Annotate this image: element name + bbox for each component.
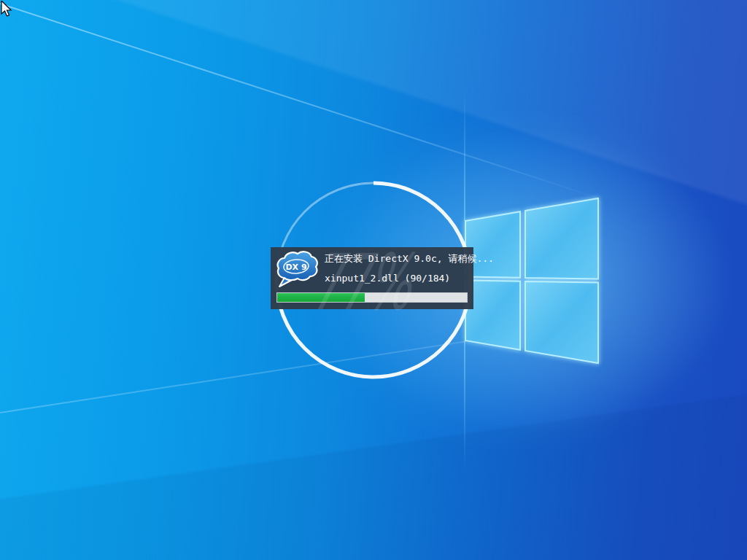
windows-logo-pane-bottom-left [465, 281, 520, 350]
dx9-icon-label: DX 9 [285, 262, 306, 272]
file-progress-bar [276, 292, 468, 303]
windows-logo-pane-top-left [465, 211, 520, 278]
arrow-pointer-icon [1, 1, 11, 16]
install-status-text: 正在安装 DirectX 9.0c, 请稍候... [325, 253, 471, 265]
directx-install-dialog: DX 9 正在安装 DirectX 9.0c, 请稍候... xinput1_2… [271, 247, 473, 309]
logo-edge-beam-lower [464, 341, 465, 472]
file-progress-fill [277, 293, 365, 302]
mouse-cursor [1, 1, 12, 18]
install-file-text: xinput1_2.dll (90/184) [325, 273, 471, 284]
windows-logo-pane-bottom-right [525, 281, 598, 363]
dx9-icon: DX 9 [274, 249, 318, 289]
windows-logo-pane-top-right [525, 198, 598, 279]
logo-edge-beam-upper [464, 88, 465, 221]
